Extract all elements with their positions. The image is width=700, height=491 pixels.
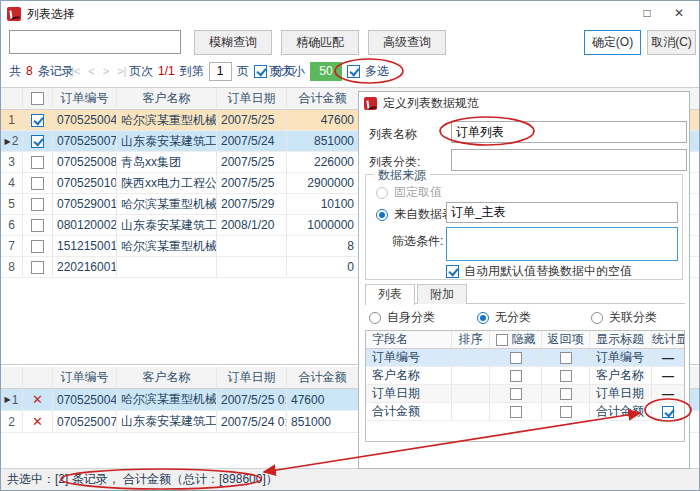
col-date: 订单日期 <box>217 88 287 109</box>
pagesize-value[interactable]: 50 <box>310 62 342 81</box>
list-category-input[interactable] <box>451 149 687 171</box>
pagination-bar: 共 8 条记录 |< < > >| 页次 1/1 到第 页 分页 页大小 50 … <box>1 59 699 83</box>
radio-icon <box>591 312 603 324</box>
self-classify-radio[interactable]: 自身分类 <box>369 309 435 326</box>
row-checkbox[interactable] <box>31 156 44 169</box>
prev-page-icon[interactable]: < <box>88 65 94 77</box>
select-all-checkbox[interactable] <box>31 92 44 105</box>
row-checkbox[interactable] <box>31 219 44 232</box>
last-page-icon[interactable]: >| <box>117 65 126 77</box>
filter-label: 筛选条件: <box>392 233 443 250</box>
list-name-label: 列表名称 <box>369 126 417 143</box>
stat-dash: — <box>662 351 674 365</box>
list-name-input[interactable] <box>451 121 687 143</box>
remove-icon[interactable]: ✕ <box>32 392 43 407</box>
goto-label: 到第 <box>180 63 204 80</box>
panel-title-bar: 定义列表数据规范 <box>359 92 689 114</box>
hide-checkbox[interactable] <box>510 370 522 382</box>
goto-page-input[interactable] <box>209 62 232 81</box>
radio-icon <box>369 312 381 324</box>
list-select-dialog: 列表选择 □ ✕ 模糊查询 精确匹配 高级查询 确定(O) 取消(C) 共 8 … <box>0 0 700 491</box>
datasource-label: 数据来源 <box>374 167 430 184</box>
radio-icon <box>376 209 388 221</box>
maximize-button-icon[interactable]: □ <box>631 2 663 24</box>
page-unit-label: 页 <box>237 63 249 80</box>
pagesize-label: 页大小 <box>269 63 305 80</box>
filter-textarea[interactable] <box>446 227 678 261</box>
stat-checkbox[interactable] <box>662 406 674 418</box>
autofill-checkbox-row[interactable]: 自动用默认值替换数据中的空值 <box>446 263 632 280</box>
cancel-button[interactable]: 取消(C) <box>647 30 696 55</box>
query-toolbar: 模糊查询 精确匹配 高级查询 确定(O) 取消(C) <box>1 27 699 59</box>
page-info: 1/1 <box>158 64 175 78</box>
return-checkbox[interactable] <box>560 352 572 364</box>
tab-extra[interactable]: 附加 <box>417 284 467 304</box>
row-checkbox[interactable] <box>31 198 44 211</box>
col-amount: 合计金额 <box>287 88 359 109</box>
fixed-value-radio[interactable]: 固定取值 <box>376 184 442 201</box>
page-label: 页次 <box>129 63 153 80</box>
total-prefix-label: 共 <box>9 63 21 80</box>
app-icon <box>364 97 377 110</box>
field-row[interactable]: 订单编号 订单编号 — <box>366 349 684 367</box>
current-row-icon: ▶ <box>5 137 11 146</box>
row-checkbox[interactable] <box>31 177 44 190</box>
advanced-query-button[interactable]: 高级查询 <box>368 30 446 55</box>
return-checkbox[interactable] <box>560 370 572 382</box>
classify-options: 自身分类 无分类 关联分类 <box>359 309 691 325</box>
title-bar: 列表选择 □ ✕ <box>1 1 699 27</box>
app-icon <box>7 7 21 21</box>
ok-button[interactable]: 确定(O) <box>584 30 641 55</box>
fuzzy-query-button[interactable]: 模糊查询 <box>194 30 272 55</box>
return-checkbox[interactable] <box>560 406 572 418</box>
datasource-groupbox: 数据来源 固定取值 来自数据表 筛选条件: 自动用默认值替换数据中的空值 <box>365 174 683 280</box>
radio-icon <box>376 187 388 199</box>
close-icon[interactable]: ✕ <box>663 2 695 24</box>
record-count: 8 <box>26 64 33 78</box>
first-page-icon[interactable]: |< <box>71 65 80 77</box>
col-customer: 客户名称 <box>117 88 217 109</box>
panel-title: 定义列表数据规范 <box>383 95 479 112</box>
remove-icon[interactable]: ✕ <box>32 414 43 429</box>
search-input[interactable] <box>9 30 181 54</box>
hide-all-checkbox[interactable] <box>496 334 508 346</box>
row-checkbox[interactable] <box>31 261 44 274</box>
row-checkbox[interactable] <box>31 114 44 127</box>
field-row[interactable]: 合计金额 合计金额 <box>366 403 684 421</box>
tab-list[interactable]: 列表 <box>365 284 415 305</box>
field-row[interactable]: 订单日期 订单日期 — <box>366 385 684 403</box>
exact-match-button[interactable]: 精确匹配 <box>281 30 359 55</box>
window-title: 列表选择 <box>27 6 75 23</box>
from-table-radio[interactable]: 来自数据表 <box>376 206 454 223</box>
row-checkbox[interactable] <box>31 135 44 148</box>
autofill-checkbox[interactable] <box>446 265 459 278</box>
define-list-spec-panel: 定义列表数据规范 列表名称 列表分类: 数据来源 固定取值 来自数据表 筛选条件… <box>358 91 690 469</box>
panel-tabs: 列表 附加 <box>365 284 685 304</box>
multiselect-checkbox[interactable] <box>347 65 360 78</box>
col-order-no: 订单编号 <box>53 88 117 109</box>
field-table-header: 字段名 排序 隐藏 返回项 显示标题 统计显示 <box>366 331 684 349</box>
paging-checkbox[interactable] <box>254 65 267 78</box>
current-row-icon: ▶ <box>5 395 11 404</box>
return-checkbox[interactable] <box>560 388 572 400</box>
total-amount-text: 合计金额（总计：[898600]） <box>123 472 278 486</box>
multiselect-label: 多选 <box>365 63 389 80</box>
selected-count-text: 共选中：[2] 条记录， <box>7 472 120 486</box>
records-label: 条记录 <box>38 63 74 80</box>
row-checkbox[interactable] <box>31 240 44 253</box>
field-row[interactable]: 客户名称 客户名称 — <box>366 367 684 385</box>
hide-checkbox[interactable] <box>510 352 522 364</box>
next-page-icon[interactable]: > <box>103 65 109 77</box>
related-classify-radio[interactable]: 关联分类 <box>591 309 657 326</box>
radio-icon <box>477 312 489 324</box>
field-spec-table: 字段名 排序 隐藏 返回项 显示标题 统计显示 订单编号 订单编号 — 客户名称 <box>365 330 685 442</box>
stat-dash: — <box>662 369 674 383</box>
no-classify-radio[interactable]: 无分类 <box>477 309 531 326</box>
hide-checkbox[interactable] <box>510 388 522 400</box>
hide-checkbox[interactable] <box>510 406 522 418</box>
data-table-input[interactable] <box>446 202 678 223</box>
stat-dash: — <box>662 387 674 401</box>
status-bar: 共选中：[2] 条记录， 合计金额（总计：[898600]） <box>1 468 699 490</box>
